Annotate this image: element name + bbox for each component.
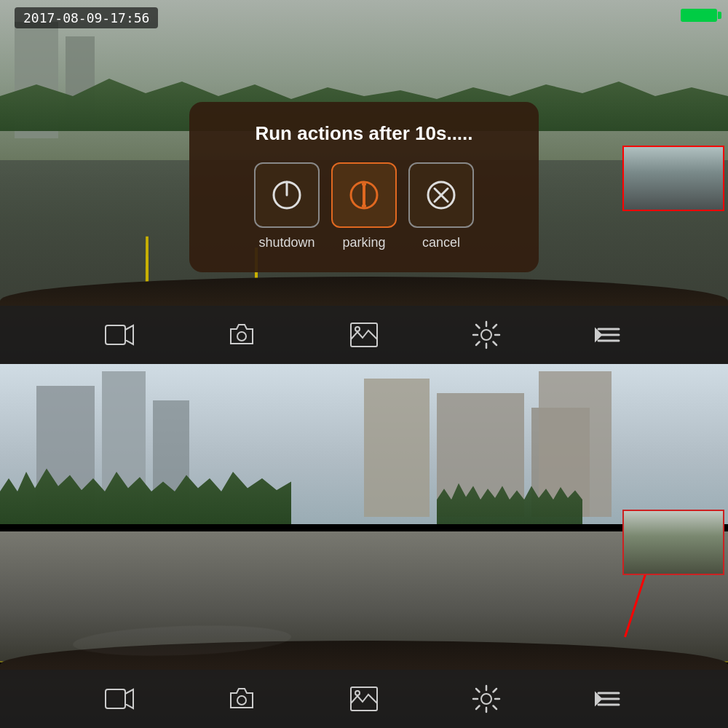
menu-button[interactable]	[589, 315, 629, 355]
shutdown-icon-container	[254, 162, 320, 228]
top-toolbar	[0, 306, 728, 364]
cancel-icon-container	[408, 162, 474, 228]
battery-indicator	[681, 9, 717, 22]
svg-point-21	[237, 696, 246, 705]
bottom-menu-button[interactable]	[589, 679, 629, 719]
bottom-video-button[interactable]	[100, 679, 140, 719]
svg-marker-18	[596, 329, 601, 341]
svg-point-23	[355, 691, 360, 695]
svg-marker-20	[125, 689, 133, 708]
bottom-camera-button[interactable]	[222, 679, 262, 719]
cancel-icon	[423, 177, 459, 213]
timestamp: 2017-08-09-17:56	[15, 7, 158, 28]
parking-icon	[346, 177, 382, 213]
svg-point-13	[355, 327, 360, 331]
svg-marker-28	[596, 693, 601, 705]
svg-rect-9	[106, 325, 125, 344]
bottom-toolbar	[0, 670, 728, 728]
settings-button[interactable]	[467, 315, 507, 355]
shutdown-button[interactable]: shutdown	[254, 162, 320, 250]
action-modal: Run actions after 10s..... shutdown	[189, 102, 539, 272]
thumbnail-bottom-right	[622, 510, 724, 575]
modal-buttons: shutdown parking	[211, 162, 517, 250]
screen-container: 2017-08-09-17:56 Run actions after 10s..…	[0, 0, 728, 728]
svg-rect-19	[106, 689, 125, 708]
bottom-gallery-button[interactable]	[344, 679, 384, 719]
cancel-button[interactable]: cancel	[408, 162, 474, 250]
thumbnail-top-right	[622, 146, 724, 211]
top-camera-view: 2017-08-09-17:56 Run actions after 10s..…	[0, 0, 728, 364]
camera-button[interactable]	[222, 315, 262, 355]
bottom-settings-button[interactable]	[467, 679, 507, 719]
bottom-camera-view	[0, 364, 728, 728]
gallery-button[interactable]	[344, 315, 384, 355]
power-icon	[269, 177, 305, 213]
video-button[interactable]	[100, 315, 140, 355]
cancel-label: cancel	[422, 235, 460, 250]
shutdown-label: shutdown	[258, 235, 314, 250]
parking-button[interactable]: parking	[331, 162, 397, 250]
modal-title: Run actions after 10s.....	[211, 122, 517, 145]
svg-point-14	[481, 330, 491, 340]
svg-point-24	[481, 694, 491, 704]
parking-icon-container	[331, 162, 397, 228]
parking-label: parking	[342, 235, 385, 250]
svg-point-11	[237, 332, 246, 341]
svg-marker-10	[125, 325, 133, 344]
